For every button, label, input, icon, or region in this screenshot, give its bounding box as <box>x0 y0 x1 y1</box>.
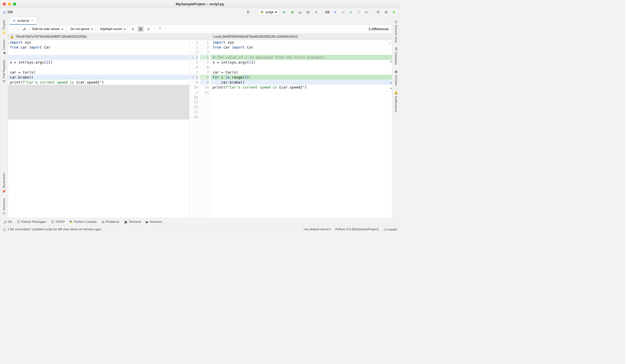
diff-panes: ✓ import sysfrom car import Car s = int(… <box>8 40 392 218</box>
breadcrumb-diff[interactable]: Diff <box>8 10 13 14</box>
highlight-mode-select[interactable]: Highlight words▾ <box>98 26 128 32</box>
code-line[interactable]: s = int(sys.argv[1]) <box>8 60 189 65</box>
window-title: MySampleProject – script.py <box>0 2 400 6</box>
status-interpreter[interactable]: Python 3.9 (MySampleProject) <box>335 228 379 231</box>
git-commit-icon[interactable] <box>340 10 346 15</box>
ide-logo-icon[interactable] <box>391 9 397 15</box>
line-number: » 8 <box>189 75 198 80</box>
left-pane-header: 🔒 78c4b7b97a78759c69c8dff8f7185d80920205… <box>8 34 189 40</box>
bottom-services[interactable]: ▶Services <box>146 220 162 224</box>
zoom-window-icon[interactable] <box>13 2 16 6</box>
code-line[interactable]: car.brake() <box>8 75 189 80</box>
code-line[interactable] <box>211 90 392 95</box>
code-line[interactable] <box>8 105 189 110</box>
sidebar-tab-sciview[interactable]: ▦SciView <box>394 67 399 88</box>
bottom-todo[interactable]: ☑TODO <box>51 220 64 224</box>
code-line[interactable]: for i in range(2): <box>211 75 392 80</box>
commit-icon: ◉ <box>2 51 6 55</box>
diff-settings-button[interactable] <box>146 26 152 32</box>
line-number: 3 <box>200 50 209 55</box>
close-tab-icon[interactable]: ✕ <box>31 19 33 22</box>
code-line[interactable] <box>8 55 189 60</box>
right-marker-bar[interactable] <box>390 40 392 218</box>
git-history-icon[interactable] <box>356 10 362 15</box>
code-line[interactable]: import sys <box>8 40 189 45</box>
bottom-git[interactable]: ⎇Git <box>3 220 12 224</box>
sync-scroll-button[interactable] <box>138 26 144 32</box>
edit-button[interactable] <box>21 26 28 32</box>
sidebar-tab-structure[interactable]: ☷Structure <box>1 196 6 218</box>
prev-diff-button[interactable]: ↑ <box>11 26 14 32</box>
right-code[interactable]: ✓ import sysfrom car import Car # The va… <box>211 40 392 218</box>
close-window-icon[interactable] <box>3 2 6 6</box>
apply-chevron-icon[interactable]: » <box>196 90 198 94</box>
user-button[interactable] <box>245 10 252 15</box>
collapse-unchanged-button[interactable] <box>130 26 136 32</box>
minimize-window-icon[interactable] <box>8 2 11 6</box>
line-number: 5 <box>200 60 209 65</box>
search-icon[interactable] <box>375 10 381 15</box>
code-line[interactable] <box>8 95 189 100</box>
code-line[interactable]: import sys <box>211 40 392 45</box>
svg-point-5 <box>377 11 379 12</box>
debug-button[interactable] <box>289 10 296 15</box>
code-line[interactable] <box>8 85 189 90</box>
sidebar-tab-commit[interactable]: ◉Commit <box>1 37 6 57</box>
undo-icon[interactable] <box>363 10 369 15</box>
stop-button[interactable] <box>314 10 319 15</box>
code-line[interactable] <box>8 100 189 105</box>
code-line[interactable] <box>8 115 189 120</box>
sidebar-tab-remotehost[interactable]: ☰Remote Host <box>394 17 399 45</box>
status-branch[interactable]: ⎇ master <box>383 228 398 231</box>
checkmark-icon: ✓ <box>8 41 10 46</box>
code-line[interactable]: car = Car(s) <box>8 70 189 75</box>
line-number: 9 <box>200 80 209 85</box>
bottom-packages[interactable]: ☷Python Packages <box>17 220 46 224</box>
status-message: 1 file committed: Updated script for dif… <box>8 228 101 231</box>
git-push-icon[interactable] <box>348 10 354 15</box>
apply-chevron-icon[interactable]: » <box>192 55 194 59</box>
sidebar-tab-database[interactable]: 🗄Database <box>394 45 399 67</box>
code-line[interactable] <box>8 110 189 115</box>
code-line[interactable] <box>8 65 189 70</box>
diff-toolbar: ↑ ↓ Side-by-side viewer▾ Do not ignore▾ … <box>8 25 392 34</box>
code-line[interactable]: # The value of s in assigned from the fi… <box>211 55 392 60</box>
code-line[interactable] <box>8 90 189 95</box>
viewer-mode-select[interactable]: Side-by-side viewer▾ <box>29 26 66 32</box>
svg-point-0 <box>247 11 249 12</box>
tabs-more-icon[interactable]: ⋮ <box>384 18 392 24</box>
coverage-button[interactable] <box>297 10 303 15</box>
help-button[interactable]: ? <box>158 26 162 32</box>
git-pull-icon[interactable] <box>332 10 338 15</box>
run-config-selector[interactable]: script ▾ <box>258 9 280 15</box>
left-code[interactable]: ✓ import sysfrom car import Car s = int(… <box>8 40 189 218</box>
editor-tab-script[interactable]: script.py ✕ <box>10 17 36 25</box>
settings-icon[interactable] <box>383 10 389 15</box>
profile-button[interactable] <box>305 10 312 15</box>
code-line[interactable] <box>211 50 392 55</box>
code-line[interactable]: from car import Car <box>8 45 189 50</box>
ignore-mode-select[interactable]: Do not ignore▾ <box>68 26 96 32</box>
code-line[interactable]: s = int(sys.argv[1]) <box>211 60 392 65</box>
sidebar-tab-pullrequests[interactable]: ⇄Pull Requests <box>1 57 6 85</box>
sidebar-tab-project[interactable]: 📁Project <box>1 17 6 37</box>
bottom-terminal[interactable]: ▣Terminal <box>124 220 141 224</box>
bottom-problems[interactable]: ⊘Problems <box>102 220 119 224</box>
code-line[interactable]: car = Car(s) <box>211 70 392 75</box>
code-line[interactable]: print(f"Car's current speed is {car.spee… <box>8 80 189 85</box>
code-line[interactable] <box>211 65 392 70</box>
next-diff-button[interactable]: ↓ <box>16 26 20 32</box>
status-server[interactable]: <no default server> <box>303 228 331 231</box>
apply-chevron-icon[interactable]: » <box>192 75 194 79</box>
code-line[interactable] <box>8 50 189 55</box>
sidebar-tab-notifications[interactable]: 🔔Notifications <box>394 88 399 115</box>
run-button[interactable] <box>281 10 288 15</box>
branch-icon: ⎇ <box>3 220 6 224</box>
code-line[interactable]: print(f"Car's current speed is {car.spee… <box>211 85 392 90</box>
line-number: 2 <box>189 45 198 50</box>
right-pane: 1234567891011 ✓ import sysfrom car impor… <box>200 40 392 218</box>
code-line[interactable]: from car import Car <box>211 45 392 50</box>
sidebar-tab-bookmarks[interactable]: 🔖Bookmarks <box>1 170 6 196</box>
bottom-console[interactable]: Python Console <box>69 220 97 224</box>
code-line[interactable]: car.brake() <box>211 80 392 85</box>
